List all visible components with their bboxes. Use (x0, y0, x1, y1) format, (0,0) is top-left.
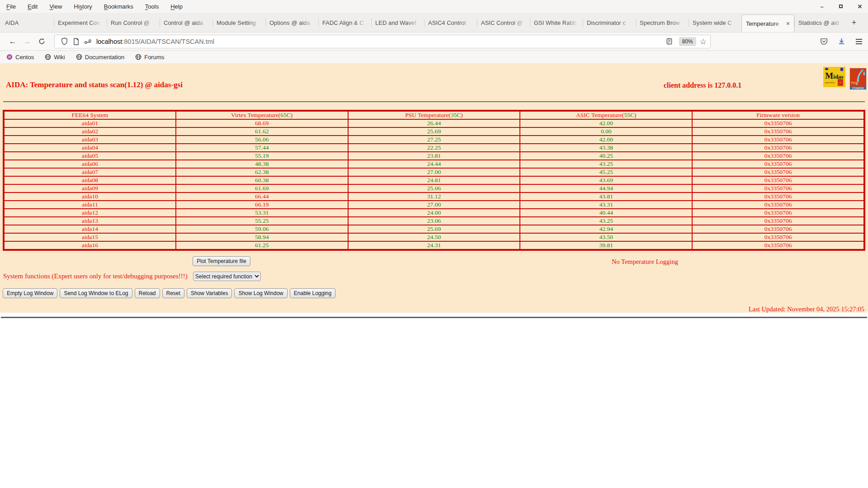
cell-asic: 43.25 (520, 160, 692, 168)
browser-tab-led-and-wavef[interactable]: LED and Wavef (371, 14, 424, 31)
menu-view[interactable]: View (49, 3, 62, 10)
tab-label: Spectrum Brow (640, 19, 684, 26)
menu-history[interactable]: History (74, 3, 92, 10)
table-row: aida0356.0627.2542.000x3350706 (4, 136, 864, 144)
reload-button[interactable] (34, 35, 49, 48)
cell-firmware: 0x3350706 (692, 225, 864, 233)
forward-button[interactable]: → (20, 35, 34, 48)
cell-psu: 24.81 (348, 176, 520, 184)
function-select[interactable]: Select required function (193, 272, 261, 281)
browser-tab-aida[interactable]: AIDA (1, 14, 54, 31)
browser-tab-module-setting[interactable]: Module Setting (212, 14, 265, 31)
cell-firmware: 0x3350706 (692, 241, 864, 250)
tab-label: System wide C (693, 19, 737, 26)
table-row: aida0168.6926.4442.000x3350706 (4, 119, 864, 127)
cell-psu: 24.44 (348, 160, 520, 168)
browser-tab-experiment-con[interactable]: Experiment Con (54, 14, 107, 31)
cell-system: aida07 (4, 168, 176, 176)
show-log-window-button[interactable]: Show Log Window (234, 288, 287, 298)
tab-label: ASIC4 Control (428, 19, 473, 26)
cell-firmware: 0x3350706 (692, 144, 864, 152)
page-info-icon[interactable] (70, 37, 82, 47)
table-row: aida1066.4431.1243.810x3350706 (4, 192, 864, 201)
bookmark-star-icon[interactable]: ☆ (700, 37, 707, 46)
browser-tab-system-wide-c[interactable]: System wide C (689, 14, 741, 31)
bookmarks-bar: CentosWikiDocumentationForums (0, 51, 868, 63)
browser-tab-control-aida[interactable]: Control @ aida (160, 14, 212, 31)
reader-mode-icon[interactable] (664, 37, 675, 47)
footer-divider (1, 317, 867, 318)
minimize-button[interactable]: – (818, 3, 826, 10)
browser-tab-statistics-aid[interactable]: Statistics @ aid (794, 14, 847, 31)
url-bar[interactable]: localhost:8015/AIDA/TSCAN/TSCAN.tml 80% … (54, 35, 711, 48)
url-text[interactable]: localhost:8015/AIDA/TSCAN/TSCAN.tml (96, 38, 664, 45)
browser-tab-asic4-control[interactable]: ASIC4 Control (424, 14, 477, 31)
menu-edit[interactable]: Edit (28, 3, 38, 10)
cell-system: aida09 (4, 184, 176, 192)
plot-temperature-file-button[interactable]: Plot Temperature file (193, 256, 250, 266)
browser-tab-asic-control[interactable]: ASIC Control @ (477, 14, 530, 31)
bookmark-documentation[interactable]: Documentation (76, 54, 124, 61)
cell-virtex: 62.38 (176, 168, 348, 176)
cell-virtex: 60.38 (176, 176, 348, 184)
bookmark-label: Wiki (54, 54, 65, 61)
tcl-logo-text: TCL (851, 81, 858, 85)
table-row: aida1459.0625.6942.940x3350706 (4, 225, 864, 233)
cell-psu: 23.06 (348, 217, 520, 225)
bookmark-forums[interactable]: Forums (135, 54, 164, 61)
browser-tab-run-control[interactable]: Run Control @ (107, 14, 160, 31)
permissions-icon[interactable] (82, 37, 94, 47)
browser-tab-spectrum-brow[interactable]: Spectrum Brow (636, 14, 689, 31)
hamburger-menu-icon[interactable] (855, 38, 863, 45)
cell-firmware: 0x3350706 (692, 168, 864, 176)
cell-asic: 42.94 (520, 225, 692, 233)
browser-tab-discriminator-c[interactable]: Discriminator c (583, 14, 636, 31)
cell-psu: 24.00 (348, 209, 520, 217)
send-log-window-to-elog-button[interactable]: Send Log Window to ELog (60, 288, 132, 298)
shield-icon[interactable] (58, 37, 70, 47)
cell-psu: 31.12 (348, 192, 520, 201)
cell-asic: 43.81 (520, 192, 692, 201)
reload-button[interactable]: Reload (135, 288, 160, 298)
cell-asic: 40.44 (520, 209, 692, 217)
system-functions-row: System functions (Expert users only for … (3, 272, 868, 281)
bookmark-centos[interactable]: Centos (6, 54, 34, 61)
cell-virtex: 48.38 (176, 160, 348, 168)
menu-tools[interactable]: Tools (145, 3, 159, 10)
back-button[interactable]: ← (5, 35, 20, 48)
cell-firmware: 0x3350706 (692, 160, 864, 168)
menu-bookmarks[interactable]: Bookmarks (104, 3, 133, 10)
close-button[interactable]: ✕ (856, 3, 863, 10)
browser-tab-temperature[interactable]: Temperature× (741, 14, 794, 32)
downloads-icon[interactable] (838, 38, 845, 45)
tcl-powered-text: POWERED (850, 87, 866, 89)
cell-asic: 43.25 (520, 217, 692, 225)
show-variables-button[interactable]: Show Variables (187, 288, 232, 298)
new-tab-button[interactable]: + (847, 14, 861, 31)
cell-psu: 27.00 (348, 168, 520, 176)
pocket-icon[interactable] (820, 38, 828, 45)
table-row: aida1253.3124.0040.440x3350706 (4, 209, 864, 217)
cell-system: aida05 (4, 152, 176, 160)
browser-tab-fadc-align-c[interactable]: FADC Align & C (318, 14, 371, 31)
cell-virtex: 61.25 (176, 241, 348, 250)
browser-tab-gsi-white-rabb[interactable]: GSI White Rabb (530, 14, 583, 31)
tab-close-icon[interactable]: × (784, 20, 790, 27)
cell-system: aida16 (4, 241, 176, 250)
maximize-button[interactable] (837, 3, 844, 10)
menu-help[interactable]: Help (170, 3, 183, 10)
column-header: Virtex Temperature(65C) (176, 111, 348, 119)
empty-log-window-button[interactable]: Empty Log Window (3, 288, 57, 298)
browser-tab-options-aida[interactable]: Options @ aida (265, 14, 318, 31)
zoom-level-badge[interactable]: 80% (679, 37, 696, 46)
cell-system: aida12 (4, 209, 176, 217)
table-row: aida0261.6225.690.000x3350706 (4, 127, 864, 136)
cell-virtex: 53.31 (176, 209, 348, 217)
enable-logging-button[interactable]: Enable Logging (290, 288, 335, 298)
bookmark-wiki[interactable]: Wiki (45, 54, 65, 61)
centos-icon (6, 54, 13, 60)
bookmark-label: Forums (144, 54, 164, 61)
reset-button[interactable]: Reset (162, 288, 184, 298)
menu-file[interactable]: File (6, 3, 16, 10)
table-row: aida0457.4422.2543.380x3350706 (4, 144, 864, 152)
